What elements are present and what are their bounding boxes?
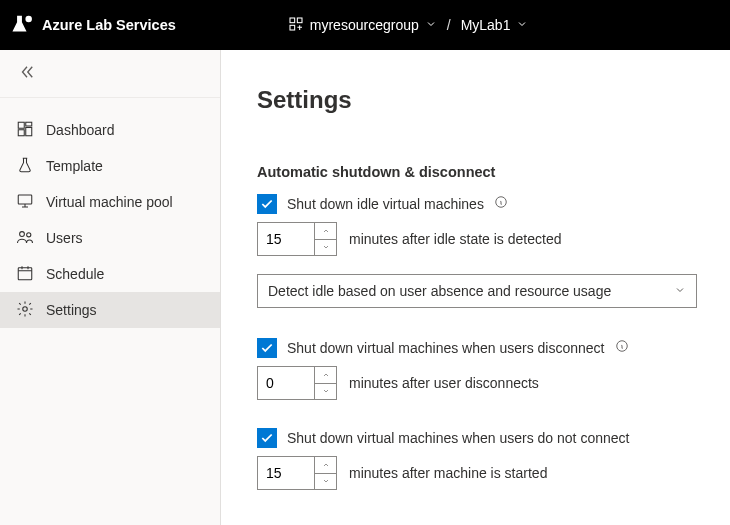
idle-dropdown-value: Detect idle based on user absence and re… (268, 283, 611, 299)
sidebar: Dashboard Template Virtual machine pool (0, 50, 221, 525)
info-icon[interactable] (494, 195, 508, 213)
section-title: Automatic shutdown & disconnect (257, 164, 694, 180)
sidebar-item-dashboard[interactable]: Dashboard (0, 112, 220, 148)
idle-minutes-input[interactable] (258, 223, 314, 255)
svg-point-11 (23, 306, 28, 311)
info-icon[interactable] (615, 339, 629, 357)
idle-minutes-row: minutes after idle state is detected (257, 222, 694, 256)
svg-rect-1 (297, 18, 302, 23)
svg-point-8 (20, 231, 25, 236)
stepper-up-icon[interactable] (315, 457, 336, 473)
sidebar-item-label: Users (46, 230, 83, 246)
svg-rect-10 (18, 267, 32, 279)
lab-crumb[interactable]: MyLab1 (461, 17, 529, 33)
svg-rect-3 (18, 122, 24, 128)
nav: Dashboard Template Virtual machine pool (0, 98, 220, 328)
sidebar-item-label: Virtual machine pool (46, 194, 173, 210)
stepper-down-icon[interactable] (315, 473, 336, 490)
azure-lab-logo-icon (12, 14, 32, 37)
resource-group-crumb[interactable]: myresourcegroup (288, 16, 437, 35)
idle-shutdown-checkbox[interactable] (257, 194, 277, 214)
noconnect-shutdown-label: Shut down virtual machines when users do… (287, 430, 629, 446)
resource-group-name: myresourcegroup (310, 17, 419, 33)
noconnect-minutes-input[interactable] (258, 457, 314, 489)
brand-title: Azure Lab Services (42, 17, 176, 33)
svg-rect-2 (290, 25, 295, 30)
svg-rect-4 (26, 122, 32, 126)
svg-rect-5 (26, 127, 32, 135)
top-header: Azure Lab Services myresourcegroup / MyL… (0, 0, 730, 50)
calendar-icon (16, 264, 34, 285)
noconnect-shutdown-checkbox[interactable] (257, 428, 277, 448)
idle-detection-dropdown[interactable]: Detect idle based on user absence and re… (257, 274, 697, 308)
stepper-down-icon[interactable] (315, 383, 336, 400)
idle-minutes-stepper[interactable] (257, 222, 337, 256)
idle-shutdown-row: Shut down idle virtual machines (257, 194, 694, 214)
noconnect-minutes-stepper[interactable] (257, 456, 337, 490)
flask-icon (16, 156, 34, 177)
idle-shutdown-label: Shut down idle virtual machines (287, 196, 484, 212)
chevron-double-left-icon (18, 63, 36, 85)
sidebar-item-label: Dashboard (46, 122, 115, 138)
svg-rect-7 (18, 195, 32, 204)
noconnect-minutes-hint: minutes after machine is started (349, 465, 547, 481)
idle-minutes-hint: minutes after idle state is detected (349, 231, 561, 247)
collapse-sidebar-button[interactable] (0, 50, 220, 98)
stepper-up-icon[interactable] (315, 367, 336, 383)
users-icon (16, 228, 34, 249)
svg-point-9 (27, 232, 31, 236)
sidebar-item-label: Schedule (46, 266, 104, 282)
noconnect-minutes-row: minutes after machine is started (257, 456, 694, 490)
breadcrumb: myresourcegroup / MyLab1 (288, 16, 529, 35)
svg-rect-6 (18, 129, 24, 135)
breadcrumb-separator: / (447, 17, 451, 33)
svg-rect-0 (290, 18, 295, 23)
sidebar-item-schedule[interactable]: Schedule (0, 256, 220, 292)
sidebar-item-template[interactable]: Template (0, 148, 220, 184)
chevron-down-icon (674, 283, 686, 299)
sidebar-item-settings[interactable]: Settings (0, 292, 220, 328)
sidebar-item-users[interactable]: Users (0, 220, 220, 256)
chevron-down-icon (516, 17, 528, 33)
dashboard-icon (16, 120, 34, 141)
sidebar-item-label: Settings (46, 302, 97, 318)
disconnect-minutes-stepper[interactable] (257, 366, 337, 400)
sidebar-item-label: Template (46, 158, 103, 174)
lab-name: MyLab1 (461, 17, 511, 33)
monitor-icon (16, 192, 34, 213)
disconnect-minutes-hint: minutes after user disconnects (349, 375, 539, 391)
stepper-up-icon[interactable] (315, 223, 336, 239)
noconnect-shutdown-row: Shut down virtual machines when users do… (257, 428, 694, 448)
disconnect-shutdown-label: Shut down virtual machines when users di… (287, 340, 605, 356)
disconnect-shutdown-checkbox[interactable] (257, 338, 277, 358)
brand[interactable]: Azure Lab Services (0, 14, 176, 37)
disconnect-shutdown-row: Shut down virtual machines when users di… (257, 338, 694, 358)
main-content: Settings Automatic shutdown & disconnect… (221, 50, 730, 525)
chevron-down-icon (425, 17, 437, 33)
disconnect-minutes-input[interactable] (258, 367, 314, 399)
resource-group-icon (288, 16, 304, 35)
gear-icon (16, 300, 34, 321)
disconnect-minutes-row: minutes after user disconnects (257, 366, 694, 400)
sidebar-item-vm-pool[interactable]: Virtual machine pool (0, 184, 220, 220)
page-title: Settings (257, 86, 694, 114)
stepper-down-icon[interactable] (315, 239, 336, 256)
